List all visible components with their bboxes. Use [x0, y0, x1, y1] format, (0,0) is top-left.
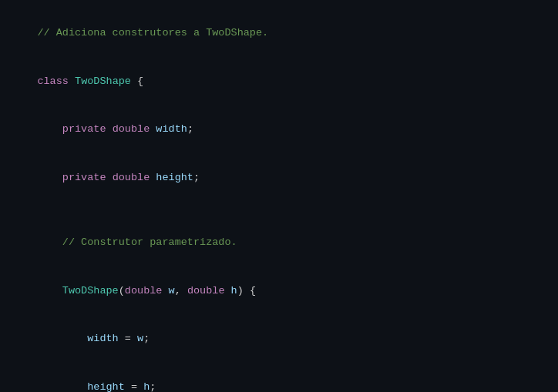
line-3: private double width;	[12, 106, 546, 155]
line-4: private double height;	[12, 154, 546, 203]
line-8: width = w;	[12, 316, 546, 364]
line-5	[12, 203, 546, 219]
line-6: // Construtor parametrizado.	[12, 219, 546, 267]
line-2: class TwoDShape {	[12, 58, 546, 106]
line-1: // Adiciona construtores a TwoDShape.	[12, 9, 546, 58]
line-7: TwoDShape(double w, double h) {	[12, 267, 546, 316]
line-9: height = h;	[12, 364, 546, 392]
code-editor: // Adiciona construtores a TwoDShape. cl…	[0, 0, 558, 392]
